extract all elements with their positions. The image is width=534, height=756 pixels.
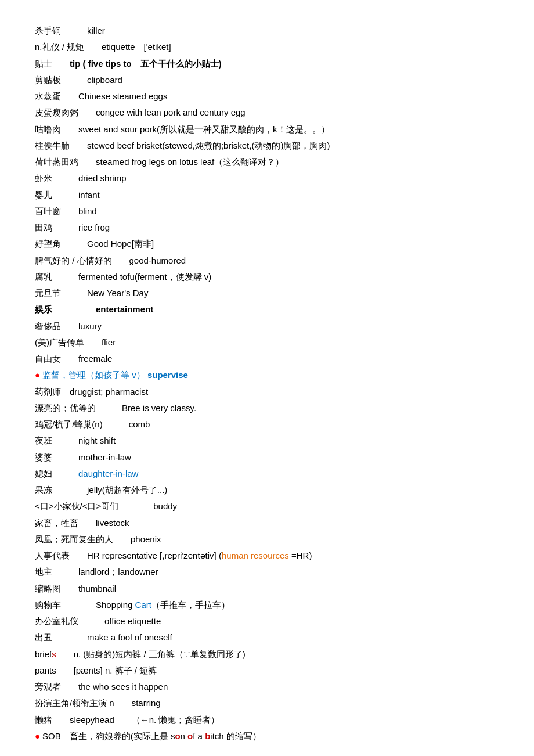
entry-33-end: =HR) <box>289 550 312 560</box>
entry-42-text: 扮演主角/领衔主演 n starring <box>35 698 161 708</box>
entry-27-text: 婆婆 mother-in-law <box>35 452 131 462</box>
entry-37-text: 办公室礼仪 office etiquette <box>35 616 161 626</box>
entry-13: 田鸡 rice frog <box>35 220 499 235</box>
entry-44: ●SOB 畜生，狗娘养的(实际上是 son of a bitch 的缩写） <box>35 729 499 744</box>
entry-22-en: supervise <box>145 370 188 380</box>
entry-44-itch: itch 的缩写） <box>210 731 261 741</box>
entry-18: 娱乐 entertainment <box>35 302 499 317</box>
entry-8: 柱侯牛腩 stewed beef brisket(stewed,炖煮的;bris… <box>35 138 499 153</box>
entry-39-text: brief <box>35 649 52 659</box>
entry-33: 人事代表 HR representative [,repri'zentətiv]… <box>35 548 499 563</box>
entry-42: 扮演主角/领衔主演 n starring <box>35 696 499 711</box>
entry-11: 婴儿 infant <box>35 188 499 203</box>
entry-8-text: 柱侯牛腩 stewed beef brisket(stewed,炖煮的;bris… <box>35 141 330 150</box>
entry-22-text: 监督，管理（如孩子等 v） <box>42 370 145 380</box>
entry-10: 虾米 dried shrimp <box>35 171 499 186</box>
entry-26: 夜班 night shift <box>35 433 499 448</box>
entry-3-cn: 贴士 <box>35 59 70 69</box>
entry-17-text: 元旦节 New Year's Day <box>35 288 148 298</box>
entry-4-text: 剪贴板 clipboard <box>35 75 122 85</box>
entry-39-s: s <box>52 649 56 659</box>
entry-38-text: 出丑 make a fool of oneself <box>35 632 172 642</box>
entry-39-def: n. (贴身的)短内裤 / 三角裤（∵单复数同形了) <box>56 649 246 659</box>
entry-41-text: 旁观者 the who sees it happen <box>35 682 168 692</box>
entry-4: 剪贴板 clipboard <box>35 73 499 88</box>
entry-28: 媳妇 daughter-in-law <box>35 466 499 481</box>
entry-44-o: o <box>175 731 180 741</box>
entry-33-cn: 人事代表 HR representative [,repri'zentətiv]… <box>35 550 222 560</box>
entry-44-n: n <box>181 731 188 741</box>
entry-6: 皮蛋瘦肉粥 congee with lean pork and century … <box>35 105 499 120</box>
entry-17: 元旦节 New Year's Day <box>35 286 499 301</box>
entry-19: 奢侈品 luxury <box>35 319 499 334</box>
entry-25: 鸡冠/梳子/蜂巢(n) comb <box>35 417 499 432</box>
entry-28-cn: 媳妇 <box>35 469 78 478</box>
entry-31-text: 家畜，牲畜 livestock <box>35 518 129 528</box>
entry-24: 漂亮的；优等的 Bree is very classy. <box>35 401 499 416</box>
entry-23-text: 药剂师 druggist; pharmacist <box>35 387 148 397</box>
entry-16-text: 腐乳 fermented tofu(ferment，使发酵 v) <box>35 272 211 282</box>
entry-20-text: (美)广告传单 flier <box>35 337 116 347</box>
entry-31: 家畜，牲畜 livestock <box>35 516 499 531</box>
entry-32: 凤凰；死而复生的人 phoenix <box>35 532 499 547</box>
entry-43-text: 懒猪 sleepyhead （←n. 懒鬼；贪睡者） <box>35 715 219 725</box>
entry-2-text: n.礼仪 / 规矩 etiquette ['etiket] <box>35 42 171 52</box>
entry-9: 荷叶蒸田鸡 steamed frog legs on lotus leaf（这么… <box>35 154 499 170</box>
entry-44-b: b <box>205 731 210 741</box>
entry-12-text: 百叶窗 blind <box>35 206 97 216</box>
entry-10-text: 虾米 dried shrimp <box>35 173 127 183</box>
entry-38: 出丑 make a fool of oneself <box>35 630 499 645</box>
entry-7: 咕噜肉 sweet and sour pork(所以就是一种又甜又酸的肉，k！这… <box>35 122 499 137</box>
entry-39: briefs n. (贴身的)短内裤 / 三角裤（∵单复数同形了) <box>35 647 499 662</box>
entry-44-of: o <box>187 731 193 741</box>
entry-33-hr: human resources <box>222 550 289 560</box>
entry-7-text: 咕噜肉 sweet and sour pork(所以就是一种又甜又酸的肉，k！这… <box>35 124 330 134</box>
entry-1-text: 杀手锏 killer <box>35 26 105 35</box>
entry-34: 地主 landlord；landowner <box>35 564 499 579</box>
entry-37: 办公室礼仪 office etiquette <box>35 614 499 629</box>
entry-24-text: 漂亮的；优等的 Bree is very classy. <box>35 403 196 413</box>
entry-5: 水蒸蛋 Chinese steamed eggs <box>35 89 499 104</box>
bullet-icon-44: ● <box>35 731 40 741</box>
entry-35-text: 缩略图 thumbnail <box>35 584 116 593</box>
entry-44-text: SOB 畜生，狗娘养的(实际上是 s <box>42 731 175 741</box>
content-area: 杀手锏 killer n.礼仪 / 规矩 etiquette ['etiket]… <box>35 23 499 744</box>
entry-36-cart: Cart <box>135 600 151 610</box>
entry-12: 百叶窗 blind <box>35 204 499 219</box>
entry-14: 好望角 Good Hope[南非] <box>35 236 499 251</box>
entry-30: <口>小家伙/<口>哥们 buddy <box>35 499 499 514</box>
entry-3: 贴士 tip ( five tips to 五个干什么的小贴士) <box>35 56 499 71</box>
entry-3-en: tip ( five tips to 五个干什么的小贴士) <box>70 59 222 69</box>
entry-34-text: 地主 landlord；landowner <box>35 567 158 577</box>
entry-28-en: daughter-in-law <box>78 469 138 478</box>
entry-20: (美)广告传单 flier <box>35 335 499 350</box>
entry-19-text: 奢侈品 luxury <box>35 321 102 331</box>
entry-22: ●监督，管理（如孩子等 v） supervise <box>35 368 499 383</box>
entry-32-text: 凤凰；死而复生的人 phoenix <box>35 534 161 544</box>
entry-43: 懒猪 sleepyhead （←n. 懒鬼；贪睡者） <box>35 712 499 728</box>
entry-21: 自由女 freemale <box>35 351 499 366</box>
entry-1: 杀手锏 killer <box>35 23 499 38</box>
entry-14-text: 好望角 Good Hope[南非] <box>35 239 154 249</box>
entry-18-cn: 娱乐 <box>35 304 96 314</box>
entry-29: 果冻 jelly(胡超有外号了...) <box>35 483 499 498</box>
bullet-icon-22: ● <box>35 370 40 380</box>
entry-6-text: 皮蛋瘦肉粥 congee with lean pork and century … <box>35 107 246 117</box>
entry-15-text: 脾气好的 / 心情好的 good-humored <box>35 255 186 265</box>
entry-15: 脾气好的 / 心情好的 good-humored <box>35 253 499 268</box>
entry-40-text: pants [pænts] n. 裤子 / 短裤 <box>35 665 157 675</box>
entry-29-text: 果冻 jelly(胡超有外号了...) <box>35 485 167 495</box>
entry-36-cn: 购物车 Shopping <box>35 600 135 610</box>
entry-23: 药剂师 druggist; pharmacist <box>35 384 499 399</box>
entry-40: pants [pænts] n. 裤子 / 短裤 <box>35 663 499 678</box>
entry-21-text: 自由女 freemale <box>35 354 112 363</box>
entry-13-text: 田鸡 rice frog <box>35 222 110 232</box>
entry-36: 购物车 Shopping Cart（手推车，手拉车） <box>35 597 499 613</box>
entry-5-text: 水蒸蛋 Chinese steamed eggs <box>35 91 167 101</box>
entry-36-end: （手推车，手拉车） <box>151 600 230 610</box>
entry-18-en: entertainment <box>96 304 153 314</box>
entry-44-f: f a <box>193 731 205 741</box>
entry-9-text: 荷叶蒸田鸡 steamed frog legs on lotus leaf（这么… <box>35 157 284 167</box>
entry-2: n.礼仪 / 规矩 etiquette ['etiket] <box>35 39 499 55</box>
entry-26-text: 夜班 night shift <box>35 435 116 445</box>
